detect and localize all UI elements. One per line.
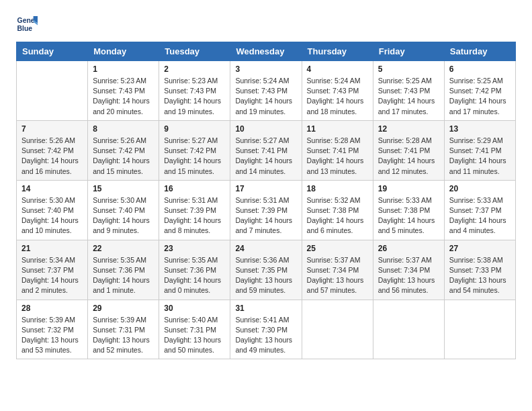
day-cell: 7Sunrise: 5:26 AMSunset: 7:42 PMDaylight… (17, 120, 88, 180)
day-info: Sunrise: 5:25 AMSunset: 7:42 PMDaylight:… (449, 76, 511, 117)
day-number: 4 (307, 64, 368, 74)
day-info: Sunrise: 5:24 AMSunset: 7:43 PMDaylight:… (307, 76, 368, 117)
day-cell: 12Sunrise: 5:28 AMSunset: 7:41 PMDayligh… (373, 120, 444, 180)
day-info: Sunrise: 5:41 AMSunset: 7:30 PMDaylight:… (235, 315, 296, 356)
day-cell: 27Sunrise: 5:38 AMSunset: 7:33 PMDayligh… (444, 240, 515, 300)
day-number: 24 (235, 244, 296, 253)
day-cell: 3Sunrise: 5:24 AMSunset: 7:43 PMDaylight… (230, 61, 302, 121)
day-cell: 19Sunrise: 5:33 AMSunset: 7:38 PMDayligh… (373, 180, 444, 240)
header-day-saturday: Saturday (444, 42, 515, 61)
day-info: Sunrise: 5:33 AMSunset: 7:37 PMDaylight:… (449, 195, 511, 236)
day-info: Sunrise: 5:35 AMSunset: 7:36 PMDaylight:… (164, 255, 225, 296)
day-cell: 21Sunrise: 5:34 AMSunset: 7:37 PMDayligh… (17, 240, 88, 300)
svg-text:Blue: Blue (17, 25, 33, 32)
day-cell: 9Sunrise: 5:27 AMSunset: 7:42 PMDaylight… (159, 120, 230, 180)
week-row-4: 21Sunrise: 5:34 AMSunset: 7:37 PMDayligh… (17, 240, 516, 300)
day-number: 7 (21, 124, 83, 134)
day-info: Sunrise: 5:37 AMSunset: 7:34 PMDaylight:… (378, 255, 439, 296)
week-row-1: 1Sunrise: 5:23 AMSunset: 7:43 PMDaylight… (17, 61, 516, 121)
day-cell: 5Sunrise: 5:25 AMSunset: 7:43 PMDaylight… (373, 61, 444, 121)
day-cell: 30Sunrise: 5:40 AMSunset: 7:31 PMDayligh… (159, 300, 230, 359)
day-number: 16 (164, 184, 225, 193)
day-cell: 20Sunrise: 5:33 AMSunset: 7:37 PMDayligh… (444, 180, 515, 240)
day-cell (17, 61, 88, 121)
day-cell: 24Sunrise: 5:36 AMSunset: 7:35 PMDayligh… (230, 240, 302, 300)
header-row: SundayMondayTuesdayWednesdayThursdayFrid… (17, 42, 516, 61)
day-number: 6 (449, 64, 511, 74)
day-info: Sunrise: 5:25 AMSunset: 7:43 PMDaylight:… (378, 76, 439, 117)
day-info: Sunrise: 5:31 AMSunset: 7:39 PMDaylight:… (235, 195, 296, 236)
day-info: Sunrise: 5:34 AMSunset: 7:37 PMDaylight:… (21, 255, 83, 296)
day-number: 13 (449, 124, 511, 134)
day-number: 1 (93, 64, 154, 74)
day-info: Sunrise: 5:28 AMSunset: 7:41 PMDaylight:… (378, 136, 439, 177)
day-info: Sunrise: 5:27 AMSunset: 7:42 PMDaylight:… (164, 136, 225, 177)
day-info: Sunrise: 5:28 AMSunset: 7:41 PMDaylight:… (307, 136, 368, 177)
day-cell (302, 300, 373, 359)
day-info: Sunrise: 5:31 AMSunset: 7:39 PMDaylight:… (164, 195, 225, 236)
header-day-friday: Friday (373, 42, 444, 61)
day-info: Sunrise: 5:29 AMSunset: 7:41 PMDaylight:… (449, 136, 511, 177)
day-number: 25 (307, 244, 368, 253)
day-number: 22 (93, 244, 154, 253)
day-number: 8 (93, 124, 154, 134)
day-cell (373, 300, 444, 359)
day-number: 5 (378, 64, 439, 74)
day-cell: 25Sunrise: 5:37 AMSunset: 7:34 PMDayligh… (302, 240, 373, 300)
day-cell: 16Sunrise: 5:31 AMSunset: 7:39 PMDayligh… (159, 180, 230, 240)
day-cell: 14Sunrise: 5:30 AMSunset: 7:40 PMDayligh… (17, 180, 88, 240)
day-cell: 15Sunrise: 5:30 AMSunset: 7:40 PMDayligh… (88, 180, 159, 240)
header-day-tuesday: Tuesday (159, 42, 230, 61)
header-day-sunday: Sunday (17, 42, 88, 61)
day-cell: 13Sunrise: 5:29 AMSunset: 7:41 PMDayligh… (444, 120, 515, 180)
day-number: 20 (449, 184, 511, 193)
day-cell: 8Sunrise: 5:26 AMSunset: 7:42 PMDaylight… (88, 120, 159, 180)
day-cell: 17Sunrise: 5:31 AMSunset: 7:39 PMDayligh… (230, 180, 302, 240)
day-number: 18 (307, 184, 368, 193)
day-number: 17 (235, 184, 296, 193)
day-number: 21 (21, 244, 83, 253)
day-cell: 11Sunrise: 5:28 AMSunset: 7:41 PMDayligh… (302, 120, 373, 180)
day-number: 27 (449, 244, 511, 253)
day-cell: 10Sunrise: 5:27 AMSunset: 7:41 PMDayligh… (230, 120, 302, 180)
day-cell: 4Sunrise: 5:24 AMSunset: 7:43 PMDaylight… (302, 61, 373, 121)
day-info: Sunrise: 5:23 AMSunset: 7:43 PMDaylight:… (164, 76, 225, 117)
day-cell: 22Sunrise: 5:35 AMSunset: 7:36 PMDayligh… (88, 240, 159, 300)
day-number: 9 (164, 124, 225, 134)
day-cell: 29Sunrise: 5:39 AMSunset: 7:31 PMDayligh… (88, 300, 159, 359)
day-info: Sunrise: 5:30 AMSunset: 7:40 PMDaylight:… (21, 195, 83, 236)
header: General Blue (16, 13, 516, 35)
day-number: 23 (164, 244, 225, 253)
day-number: 28 (21, 304, 83, 313)
day-info: Sunrise: 5:40 AMSunset: 7:31 PMDaylight:… (164, 315, 225, 356)
day-info: Sunrise: 5:23 AMSunset: 7:43 PMDaylight:… (93, 76, 154, 117)
day-cell: 1Sunrise: 5:23 AMSunset: 7:43 PMDaylight… (88, 61, 159, 121)
day-cell: 18Sunrise: 5:32 AMSunset: 7:38 PMDayligh… (302, 180, 373, 240)
day-info: Sunrise: 5:37 AMSunset: 7:34 PMDaylight:… (307, 255, 368, 296)
day-info: Sunrise: 5:30 AMSunset: 7:40 PMDaylight:… (93, 195, 154, 236)
day-info: Sunrise: 5:36 AMSunset: 7:35 PMDaylight:… (235, 255, 296, 296)
day-cell: 31Sunrise: 5:41 AMSunset: 7:30 PMDayligh… (230, 300, 302, 359)
header-day-wednesday: Wednesday (230, 42, 302, 61)
day-info: Sunrise: 5:39 AMSunset: 7:31 PMDaylight:… (93, 315, 154, 356)
day-number: 2 (164, 64, 225, 74)
day-number: 19 (378, 184, 439, 193)
day-info: Sunrise: 5:38 AMSunset: 7:33 PMDaylight:… (449, 255, 511, 296)
day-cell: 23Sunrise: 5:35 AMSunset: 7:36 PMDayligh… (159, 240, 230, 300)
day-cell: 2Sunrise: 5:23 AMSunset: 7:43 PMDaylight… (159, 61, 230, 121)
week-row-5: 28Sunrise: 5:39 AMSunset: 7:32 PMDayligh… (17, 300, 516, 359)
week-row-2: 7Sunrise: 5:26 AMSunset: 7:42 PMDaylight… (17, 120, 516, 180)
logo: General Blue (16, 13, 40, 35)
calendar-table: SundayMondayTuesdayWednesdayThursdayFrid… (16, 42, 516, 359)
day-cell: 28Sunrise: 5:39 AMSunset: 7:32 PMDayligh… (17, 300, 88, 359)
day-number: 11 (307, 124, 368, 134)
day-number: 30 (164, 304, 225, 313)
logo-icon: General Blue (16, 13, 38, 35)
day-cell (444, 300, 515, 359)
day-info: Sunrise: 5:27 AMSunset: 7:41 PMDaylight:… (235, 136, 296, 177)
day-info: Sunrise: 5:26 AMSunset: 7:42 PMDaylight:… (93, 136, 154, 177)
day-number: 12 (378, 124, 439, 134)
day-info: Sunrise: 5:35 AMSunset: 7:36 PMDaylight:… (93, 255, 154, 296)
day-number: 26 (378, 244, 439, 253)
week-row-3: 14Sunrise: 5:30 AMSunset: 7:40 PMDayligh… (17, 180, 516, 240)
